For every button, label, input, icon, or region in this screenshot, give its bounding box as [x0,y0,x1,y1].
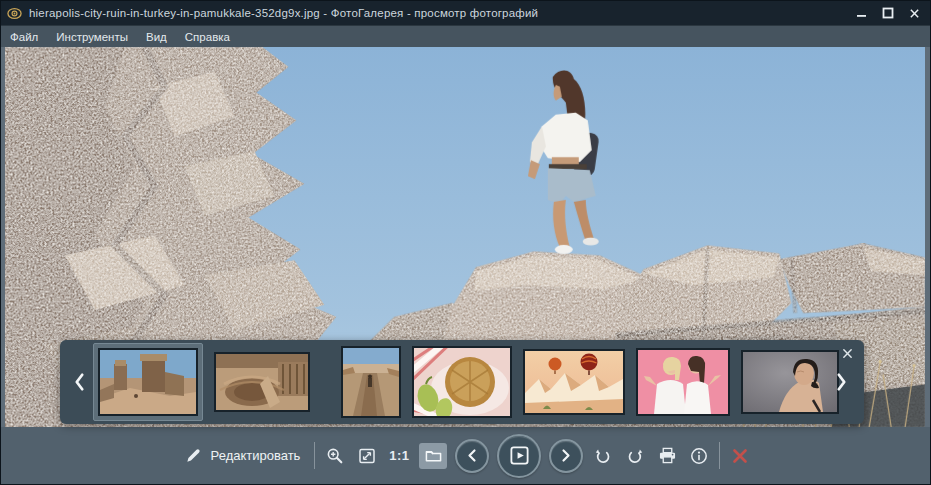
filmstrip-prev-icon[interactable] [67,368,91,396]
rotate-right-button[interactable] [623,441,647,471]
menu-file[interactable]: Файл [1,26,47,47]
fit-to-screen-icon [358,447,376,465]
slideshow-button[interactable] [497,434,541,478]
window-controls [850,3,926,23]
filmstrip-close-icon[interactable] [839,345,855,361]
title-bar: hierapolis-city-ruin-in-turkey-in-pamukk… [1,1,930,25]
close-window-button[interactable] [902,3,926,23]
photo-viewer-window: hierapolis-city-ruin-in-turkey-in-pamukk… [0,0,931,485]
close-viewer-button[interactable] [728,441,752,471]
maximize-button[interactable] [876,3,900,23]
next-photo-button[interactable] [549,439,583,473]
printer-icon [658,447,677,464]
close-red-icon [731,447,749,465]
slideshow-play-icon [509,445,530,466]
actual-size-button[interactable]: 1:1 [387,441,411,471]
chevron-right-icon [560,448,572,463]
rotate-left-button[interactable] [591,441,615,471]
thumbnail-selected-highlight [93,343,203,421]
minimize-button[interactable] [850,3,874,23]
rotate-right-icon [626,447,644,465]
thumbnail-ancient-amphitheater[interactable] [214,352,310,412]
zoom-in-button[interactable] [323,441,347,471]
toolbar-separator [719,442,720,469]
info-button[interactable] [687,441,711,471]
filmstrip-next-icon[interactable] [829,368,853,396]
info-icon [690,447,708,465]
menu-view[interactable]: Вид [137,26,176,47]
menu-tools[interactable]: Инструменты [47,26,137,47]
pencil-icon [185,447,202,464]
previous-photo-button[interactable] [455,439,489,473]
thumbnail-pie-with-pears[interactable] [412,346,512,418]
thumbnail-woman-portrait[interactable] [741,350,839,414]
print-button[interactable] [655,441,679,471]
filmstrip-panel [60,340,864,424]
browse-folder-button[interactable] [419,443,447,469]
chevron-left-icon [466,448,478,463]
menu-bar: Файл Инструменты Вид Справка [1,25,930,47]
thumbnail-hierapolis-ruin-towers[interactable] [98,348,198,416]
menu-help[interactable]: Справка [176,26,239,47]
edit-button[interactable]: Редактировать [179,441,307,471]
thumbnail-hot-air-balloons[interactable] [523,349,625,415]
zoom-in-icon [326,447,344,465]
toolbar-separator [314,442,315,469]
folder-icon [424,447,443,464]
viewer-area [1,47,930,427]
thumbnail-two-women-in-white[interactable] [636,348,730,416]
thumbnail-ruins-trail-walker[interactable] [341,346,401,418]
edit-button-label: Редактировать [211,448,301,463]
fit-to-screen-button[interactable] [355,441,379,471]
rotate-left-icon [594,447,612,465]
app-eye-icon [7,6,22,21]
thumbnail-row [93,343,839,421]
window-title: hierapolis-city-ruin-in-turkey-in-pamukk… [29,7,850,19]
bottom-toolbar: Редактировать 1:1 [1,427,930,484]
